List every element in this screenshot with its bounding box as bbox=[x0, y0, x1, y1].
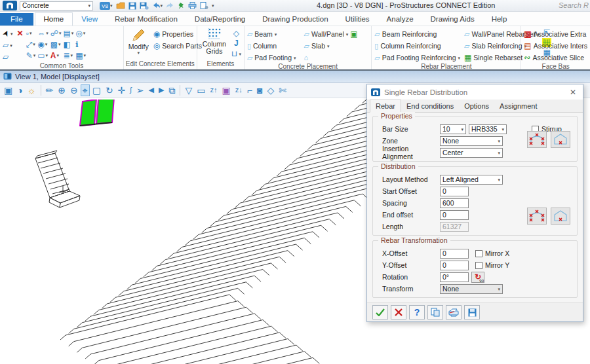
place-block-icon[interactable]: ▭▾ bbox=[37, 51, 49, 60]
select-previous-icon[interactable]: ▱ bbox=[3, 41, 9, 50]
hook-bar-icon[interactable]: J bbox=[234, 39, 239, 48]
pin-button[interactable] bbox=[178, 2, 185, 10]
view-next-icon[interactable]: ▶ bbox=[157, 86, 165, 94]
slab-drop-button[interactable]: ⌂ bbox=[304, 52, 358, 63]
delete-element-icon[interactable]: ✕ bbox=[17, 29, 24, 38]
drop-lineweight-icon[interactable]: ☍▾ bbox=[50, 29, 62, 38]
tab-rebar-modification[interactable]: Rebar Modification bbox=[106, 13, 186, 26]
group-label-concrete-placement[interactable]: Concrete Placement bbox=[245, 63, 371, 69]
view-attributes-icon[interactable]: ◑ bbox=[16, 85, 24, 96]
tab-analyze[interactable]: Analyze bbox=[378, 13, 422, 26]
bar-size-select[interactable]: 10▾ bbox=[440, 124, 466, 134]
fill-icon[interactable]: ◧ bbox=[63, 40, 73, 49]
print-button[interactable] bbox=[188, 2, 197, 9]
column-reinforcing-button[interactable]: ▯Column Reinforcing bbox=[374, 41, 460, 51]
copy-element-icon[interactable]: ▫▾ bbox=[26, 29, 36, 38]
clear-overrides-icon[interactable]: ✏ bbox=[45, 85, 55, 96]
group-label-common-tools[interactable]: Common Tools bbox=[0, 62, 123, 69]
properties-button[interactable]: ◉Properties bbox=[153, 29, 202, 39]
view-title-bar[interactable]: View 1, Model [Displayset] bbox=[0, 71, 590, 82]
tab-data-reporting[interactable]: Data/Reporting bbox=[186, 13, 254, 26]
rotate-view-icon[interactable]: ↻ bbox=[104, 85, 115, 96]
tab-assignment[interactable]: Assignment bbox=[494, 100, 542, 112]
shape-preview-button[interactable] bbox=[551, 131, 570, 148]
tab-drawing-aids[interactable]: Drawing Aids bbox=[422, 13, 483, 26]
tab-utilities[interactable]: Utilities bbox=[337, 13, 378, 26]
copy-settings-button[interactable] bbox=[427, 305, 443, 319]
search-parts-button[interactable]: ◎Search Parts bbox=[153, 41, 202, 51]
workflow-select[interactable]: Concrete ▾ bbox=[20, 1, 93, 10]
cancel-button[interactable] bbox=[391, 305, 406, 319]
pad-footing-reinforcing-button[interactable]: ▱Pad Footing Reinforcing▾ bbox=[374, 52, 460, 63]
end-offset-input[interactable] bbox=[440, 210, 469, 220]
tab-options[interactable]: Options bbox=[459, 100, 494, 112]
v8-history-button[interactable]: V8 ▾ bbox=[100, 2, 113, 10]
walk-icon[interactable]: ʃ bbox=[128, 86, 132, 94]
view-display-mode-icon[interactable]: ▣ bbox=[3, 85, 14, 96]
slab-button[interactable]: ▱Slab▾ bbox=[304, 41, 358, 51]
find-replace-icon[interactable]: ◎▾ bbox=[75, 29, 86, 38]
clip-volume-icon[interactable]: ⌐ bbox=[246, 85, 254, 96]
tab-file[interactable]: File bbox=[0, 13, 33, 26]
saved-view-icon[interactable]: ▣ bbox=[220, 85, 231, 96]
y-offset-input[interactable] bbox=[440, 261, 469, 270]
place-text-icon[interactable]: A▾ bbox=[50, 51, 62, 60]
change-attributes-icon[interactable]: ◉▾ bbox=[37, 40, 49, 49]
open-button[interactable] bbox=[116, 2, 125, 9]
bar-grade-select[interactable]: HRB335▾ bbox=[469, 124, 507, 134]
add-wall-icon[interactable]: ▣ bbox=[350, 29, 357, 39]
save-button[interactable] bbox=[128, 2, 136, 10]
layers-icon[interactable]: ≣▾ bbox=[63, 51, 73, 60]
tab-drawing-production[interactable]: Drawing Production bbox=[254, 13, 336, 26]
group-label-face-based[interactable]: Face Bas bbox=[521, 63, 590, 69]
plot-button[interactable] bbox=[446, 305, 462, 319]
help-button[interactable]: ? bbox=[409, 305, 425, 319]
close-icon[interactable]: ✕ bbox=[567, 88, 579, 97]
element-info-icon[interactable]: ℹ bbox=[75, 40, 86, 49]
pad-footing-button[interactable]: ▱Pad Footing▾ bbox=[247, 52, 296, 63]
mirror-y-checkbox[interactable]: Mirror Y bbox=[475, 261, 509, 269]
image-icon[interactable]: ▩▾ bbox=[50, 40, 62, 49]
undo-button[interactable]: ▾ bbox=[152, 2, 163, 9]
wall-panel-button[interactable]: ▱Wall/Panel▾▣ bbox=[304, 29, 358, 39]
clip-cone-icon[interactable]: ▽ bbox=[184, 85, 193, 96]
view-previous-icon[interactable]: ◀ bbox=[148, 86, 155, 94]
camera-icon[interactable]: ◙ bbox=[256, 85, 264, 96]
modify-button[interactable]: Modify ▾ bbox=[127, 27, 151, 55]
column-button[interactable]: ▯Column bbox=[247, 41, 296, 51]
snip-view-icon[interactable]: ✄ bbox=[277, 85, 288, 96]
save-as-button[interactable] bbox=[140, 2, 149, 10]
move-parallel-icon[interactable]: ⇔▾ bbox=[37, 29, 49, 38]
more-commands-button[interactable]: ▾ bbox=[212, 3, 214, 8]
insertion-point-picker-button[interactable] bbox=[527, 131, 547, 148]
view-brightness-icon[interactable]: ☼ bbox=[26, 85, 37, 96]
fly-icon[interactable]: ➢ bbox=[135, 85, 146, 96]
search-ribbon-input[interactable]: Search R bbox=[559, 1, 590, 9]
place-fence-icon[interactable]: ▱ bbox=[3, 52, 9, 62]
isometric-box-icon[interactable]: ◇ bbox=[233, 29, 239, 38]
dialog-title-bar[interactable]: Single Rebar Distribution ✕ bbox=[367, 84, 583, 100]
mirror-x-checkbox[interactable]: Mirror X bbox=[475, 249, 509, 257]
modify-element-icon[interactable]: ✎▾ bbox=[26, 51, 36, 60]
stirrup-icon[interactable]: ⊔ bbox=[231, 49, 237, 58]
pan-view-icon[interactable]: ✛ bbox=[117, 85, 127, 96]
start-offset-input[interactable] bbox=[440, 187, 469, 196]
display-set-icon[interactable]: ▭ bbox=[195, 85, 206, 96]
paste-icon[interactable]: ▤▾ bbox=[63, 29, 73, 38]
group-label-rebar-placement[interactable]: Rebar Placement bbox=[372, 63, 521, 69]
beam-reinforcing-button[interactable]: ▱Beam Reinforcing bbox=[374, 29, 460, 39]
apply-button[interactable] bbox=[372, 305, 388, 319]
render-cube-icon[interactable]: ◇ bbox=[266, 85, 275, 96]
rotation-input[interactable] bbox=[440, 272, 469, 282]
scale-icon[interactable]: ⤢▾ bbox=[26, 40, 36, 49]
layout-method-select[interactable]: Left Aligned▾ bbox=[440, 175, 503, 185]
distribution-point-picker-button[interactable] bbox=[527, 208, 547, 225]
tab-end-conditions[interactable]: End conditions bbox=[401, 100, 459, 112]
redo-button[interactable] bbox=[166, 2, 174, 9]
save-settings-button[interactable] bbox=[464, 305, 480, 319]
distribution-shape-button[interactable] bbox=[551, 208, 570, 225]
element-selection-icon[interactable]: ➤ bbox=[1, 28, 12, 38]
insertion-alignment-select[interactable]: Center▾ bbox=[440, 148, 503, 158]
tab-rebar[interactable]: Rebar bbox=[370, 100, 401, 113]
beam-button[interactable]: ▱Beam▾ bbox=[247, 29, 296, 39]
